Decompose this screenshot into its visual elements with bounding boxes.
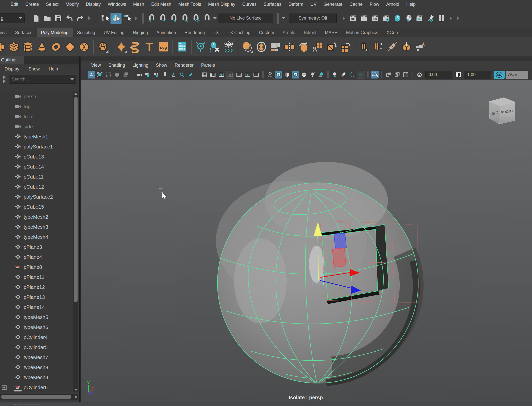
- menubar-item[interactable]: Help: [403, 0, 419, 9]
- outliner-item-pCube14[interactable]: pCube14: [0, 162, 73, 172]
- redo-button[interactable]: [75, 13, 86, 24]
- poly-cylinder-button[interactable]: [22, 40, 34, 54]
- svg-tool-button[interactable]: [157, 40, 170, 54]
- outliner-item-typeMesh9[interactable]: typeMesh9: [0, 372, 73, 382]
- viewport-canvas[interactable]: LEFT FRONT y x z Isolate : persp: [81, 80, 532, 402]
- a-badge-button[interactable]: [88, 71, 95, 78]
- menubar-item[interactable]: Surfaces: [260, 0, 285, 9]
- outliner-filter-buttons[interactable]: [0, 75, 9, 83]
- image-plane-button[interactable]: [170, 71, 177, 78]
- outliner-item-polySurface2[interactable]: polySurface2: [0, 192, 73, 202]
- menubar-item[interactable]: Mesh Display: [205, 0, 239, 9]
- snap-to-curve-button[interactable]: [157, 13, 168, 24]
- ipr-render-button[interactable]: [370, 13, 381, 24]
- outliner-item-typeMesh1[interactable]: typeMesh1: [0, 132, 73, 142]
- xray-button[interactable]: [385, 71, 392, 78]
- safe-title-button[interactable]: [252, 71, 260, 78]
- shelf-tab-rigging[interactable]: Rigging: [129, 28, 152, 37]
- snap-to-projected-center-button[interactable]: [179, 13, 190, 24]
- platonic-solid-button[interactable]: [96, 40, 109, 54]
- viewport-menu-item[interactable]: Shading: [105, 63, 129, 68]
- menubar-item[interactable]: Create: [22, 0, 42, 9]
- isolate-select-button[interactable]: [371, 71, 379, 78]
- workspace-dropdown[interactable]: g: [0, 13, 25, 23]
- outliner-item-pCylinder4[interactable]: pCylinder4: [0, 332, 73, 342]
- shelf-tab-bifrost[interactable]: Bifrost: [300, 28, 321, 37]
- crop-frame-button[interactable]: [96, 71, 104, 78]
- shaded-sphere-button[interactable]: [113, 71, 121, 78]
- wireframe-on-shaded-button[interactable]: [283, 71, 291, 78]
- film-gate-button[interactable]: [209, 71, 217, 78]
- wireframe-display-button[interactable]: [266, 71, 274, 78]
- outliner-item-pCube12[interactable]: pCube12: [0, 182, 73, 192]
- reduce-button[interactable]: [339, 40, 352, 54]
- shelf-tab-surfaces[interactable]: Surfaces: [11, 28, 37, 37]
- remesh-button[interactable]: [311, 40, 324, 54]
- no-live-surface-field[interactable]: No Live Surface: [218, 14, 273, 23]
- color-management-toggle[interactable]: ON: [494, 71, 505, 79]
- menubar-item[interactable]: Mesh: [130, 0, 148, 9]
- safe-action-button[interactable]: [244, 71, 251, 78]
- snap-to-grid-button[interactable]: [146, 13, 157, 24]
- shadows-button[interactable]: [317, 71, 325, 78]
- shelf-tab-arnold[interactable]: Arnold: [278, 28, 300, 37]
- symmetry-field[interactable]: Symmetry: Off: [289, 14, 337, 23]
- ambient-occlusion-button[interactable]: [331, 71, 339, 78]
- outliner-item-pPlane13[interactable]: pPlane13: [0, 292, 73, 302]
- outliner-item-typeMesh2[interactable]: typeMesh2: [0, 212, 73, 222]
- image-stack-button[interactable]: [122, 71, 129, 78]
- field-chart-button[interactable]: [235, 71, 243, 78]
- material-x-button[interactable]: [403, 13, 414, 24]
- shelf-tab-fx[interactable]: FX: [209, 28, 223, 37]
- menubar-item[interactable]: Generate: [320, 0, 346, 9]
- snap-extra-button[interactable]: [201, 13, 212, 24]
- render-view-button[interactable]: [348, 13, 359, 24]
- scroll-up-icon[interactable]: [74, 93, 77, 95]
- component-quads[interactable]: [332, 233, 346, 268]
- outliner-item-polySurface1[interactable]: polySurface1: [0, 142, 73, 152]
- menubar-item[interactable]: Curves: [239, 0, 260, 9]
- poly-cone-button[interactable]: [36, 40, 48, 54]
- outliner-item-typeMesh8[interactable]: typeMesh8: [0, 362, 73, 372]
- outliner-item-pCube13[interactable]: pCube13: [0, 152, 73, 162]
- viewport-menu-item[interactable]: View: [87, 63, 105, 68]
- menubar-item[interactable]: Arnold: [383, 0, 403, 9]
- gate-mask-button[interactable]: [226, 71, 234, 79]
- menubar-item[interactable]: Deform: [285, 0, 307, 9]
- outliner-item-typeMesh5[interactable]: typeMesh5: [0, 312, 73, 322]
- expand-icon[interactable]: [2, 385, 7, 390]
- shelf-tab-animation[interactable]: Animation: [152, 28, 180, 37]
- gamma-field[interactable]: 1.00: [464, 71, 491, 78]
- pan-zoom-button[interactable]: [178, 71, 186, 78]
- outliner-item-pCube15[interactable]: pCube15: [0, 202, 73, 212]
- select-hierarchy-mode-button[interactable]: [99, 13, 110, 24]
- outliner-menu-display[interactable]: Display: [0, 66, 24, 72]
- poly-type-button[interactable]: [143, 40, 156, 54]
- shelf-tab-sculpting[interactable]: Sculpting: [73, 28, 99, 37]
- outliner-menu-show[interactable]: Show: [24, 66, 44, 72]
- pen-box-button[interactable]: [402, 71, 409, 78]
- mirror-button[interactable]: [255, 40, 268, 54]
- separate-button[interactable]: [269, 40, 282, 54]
- viewport-menu-item[interactable]: Lighting: [129, 63, 152, 68]
- select-component-mode-button[interactable]: [122, 13, 133, 24]
- view-cube[interactable]: LEFT FRONT: [489, 98, 515, 124]
- paint-settings-button[interactable]: [425, 13, 436, 24]
- viewport-menu-item[interactable]: Renderer: [171, 63, 197, 68]
- combine-button[interactable]: [241, 40, 254, 54]
- outliner-item-persp[interactable]: persp: [0, 92, 73, 102]
- outliner-item-pPlane11[interactable]: pPlane11: [0, 272, 73, 282]
- select-camera-button[interactable]: [136, 71, 143, 78]
- resolution-gate-button[interactable]: [218, 71, 225, 78]
- poly-cube-button[interactable]: [8, 40, 20, 54]
- exposure-pane-button[interactable]: [357, 71, 365, 79]
- hypershade-button[interactable]: [392, 13, 403, 24]
- all-lights-button[interactable]: [309, 71, 316, 78]
- motion-blur-button[interactable]: [340, 71, 347, 78]
- open-scene-button[interactable]: [42, 13, 53, 24]
- outliner-item-typeMesh7[interactable]: typeMesh7: [0, 352, 73, 362]
- contrast-icon[interactable]: [454, 71, 462, 78]
- scroll-down-icon[interactable]: [74, 389, 77, 391]
- shelf-tab-poly-modeling[interactable]: Poly Modeling: [37, 28, 73, 37]
- center-pivot-button[interactable]: [194, 40, 207, 54]
